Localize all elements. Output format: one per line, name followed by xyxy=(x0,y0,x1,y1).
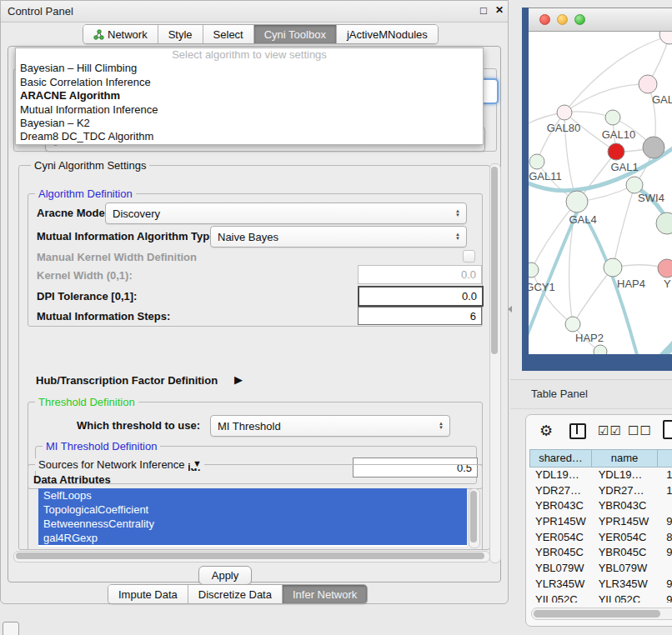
tab-jactivemnodules[interactable]: jActiveMNodules xyxy=(337,25,438,43)
network-node-gal[interactable] xyxy=(639,75,657,93)
table-row[interactable]: YDL19… YDL19… 13 xyxy=(529,468,672,483)
list-item-selected[interactable]: TopologicalCoefficient xyxy=(38,502,467,517)
network-view-frame: GALGAL80GAL10GAL1GAL11SWI4GAL4GCY1HAP4YH… xyxy=(522,8,672,371)
kernel-width-field[interactable]: 0.0 xyxy=(358,265,482,284)
mi-type-combo[interactable]: Naive Bayes ▲▼ xyxy=(210,226,467,248)
network-edge-highlighted[interactable] xyxy=(610,337,672,354)
network-node[interactable] xyxy=(656,212,672,234)
aracne-mode-value: Discovery xyxy=(113,208,160,220)
network-node[interactable] xyxy=(643,137,664,158)
network-edge[interactable] xyxy=(531,202,577,270)
settings-horizontal-scrollbar[interactable] xyxy=(13,551,490,562)
dropdown-item[interactable]: Dream8 DC_TDC Algorithm xyxy=(16,130,483,143)
network-edge[interactable] xyxy=(531,270,573,324)
table-horizontal-scrollbar[interactable] xyxy=(531,608,672,620)
stepper-arrows-icon[interactable]: ▲▼ xyxy=(452,227,464,247)
splitter-collapse-arrow[interactable] xyxy=(508,306,512,312)
hub-definition-label[interactable]: Hub/Transcription Factor Definition xyxy=(36,374,218,387)
network-node-gal10[interactable] xyxy=(605,110,620,125)
tab-style[interactable]: Style xyxy=(158,25,203,43)
mi-type-value: Naive Bayes xyxy=(218,231,278,243)
which-threshold-label: Which threshold to use: xyxy=(77,419,200,432)
kernel-width-label: Kernel Width (0,1): xyxy=(37,269,133,282)
apply-button[interactable]: Apply xyxy=(198,566,252,585)
table-row[interactable]: YIL052C YIL052C 9 xyxy=(529,592,672,603)
network-edge[interactable] xyxy=(573,268,613,324)
expand-arrow-icon[interactable]: ▶ xyxy=(234,373,243,386)
minimize-traffic-light-icon[interactable] xyxy=(557,14,568,25)
control-panel-tabbar: Network Style Select Cyni Toolbox jActiv… xyxy=(83,24,439,44)
dropdown-item[interactable]: Mutual Information Inference xyxy=(16,103,483,117)
network-node-hap4[interactable] xyxy=(604,258,622,277)
network-node-swi4[interactable] xyxy=(626,177,643,193)
table-panel-header[interactable]: Table Panel xyxy=(510,379,672,409)
stepper-arrows-icon[interactable]: ▲▼ xyxy=(452,203,464,223)
manual-kernel-checkbox[interactable] xyxy=(463,250,475,262)
column-header[interactable]: shared… xyxy=(529,449,592,468)
tab-select[interactable]: Select xyxy=(203,25,254,43)
network-node[interactable] xyxy=(659,32,672,44)
zoom-traffic-light-icon[interactable] xyxy=(574,14,585,25)
tab-network[interactable]: Network xyxy=(83,25,158,43)
network-icon xyxy=(93,29,104,40)
dpi-tolerance-field[interactable]: 0.0 xyxy=(358,286,484,307)
list-item-selected[interactable]: SelfLoops xyxy=(38,488,467,502)
gear-icon[interactable]: ⚙ xyxy=(539,422,553,440)
table-row[interactable]: YER054C YER054C 8. xyxy=(529,530,672,546)
stepper-arrows-icon[interactable]: ▲▼ xyxy=(435,416,447,436)
tab-discretize-data[interactable]: Discretize Data xyxy=(188,585,283,603)
float-window-icon[interactable]: □ xyxy=(480,4,487,17)
algorithm-definition-title: Algorithm Definition xyxy=(35,188,136,200)
close-traffic-light-icon[interactable] xyxy=(539,14,550,25)
tab-impute-data[interactable]: Impute Data xyxy=(108,585,188,603)
select-all-columns-icon[interactable]: ☑☑ xyxy=(598,423,622,438)
network-node-gal80[interactable] xyxy=(557,105,572,120)
network-edge[interactable] xyxy=(537,112,564,162)
algorithm-dropdown-popup: Select algorithm to view settings Bayesi… xyxy=(15,48,484,145)
which-threshold-combo[interactable]: MI Threshold ▲▼ xyxy=(210,415,450,437)
dropdown-item-selected[interactable]: ARACNE Algorithm xyxy=(16,89,483,102)
column-header[interactable]: A xyxy=(658,449,672,468)
dropdown-item[interactable]: Bayesian – K2 xyxy=(16,117,483,130)
close-window-icon[interactable]: ✕ xyxy=(495,4,504,16)
settings-vertical-scrollbar[interactable] xyxy=(489,163,501,563)
network-node-y[interactable] xyxy=(658,259,672,278)
export-table-icon[interactable] xyxy=(663,420,672,439)
network-node-label: SWI4 xyxy=(638,192,664,204)
control-panel-title: Control Panel xyxy=(8,5,73,18)
table-row[interactable]: YBL079W YBL079W xyxy=(529,561,672,577)
network-node-gal4[interactable] xyxy=(566,191,588,212)
attributes-vertical-scrollbar[interactable] xyxy=(469,488,480,548)
split-columns-icon[interactable] xyxy=(569,423,586,439)
table-row[interactable]: YDR27… YDR27… 12 xyxy=(529,483,672,499)
network-node-gal1[interactable] xyxy=(608,143,624,160)
mi-steps-field[interactable]: 6 xyxy=(358,307,482,325)
cyni-bottom-tabbar: Impute Data Discretize Data Infer Networ… xyxy=(108,584,368,604)
collapse-arrow-icon[interactable]: ▼ xyxy=(190,458,204,468)
column-header[interactable]: name xyxy=(592,449,658,468)
network-node-gcy1[interactable] xyxy=(529,262,539,278)
aracne-mode-combo[interactable]: Discovery ▲▼ xyxy=(105,202,467,224)
tab-cyni-toolbox[interactable]: Cyni Toolbox xyxy=(254,25,337,43)
tab-infer-network[interactable]: Infer Network xyxy=(283,585,367,603)
control-panel-titlebar[interactable]: Control Panel □ ✕ xyxy=(1,1,508,22)
network-node-hap2[interactable] xyxy=(565,317,580,332)
network-window-titlebar[interactable] xyxy=(529,8,672,32)
list-item-selected[interactable]: BetweennessCentrality xyxy=(38,517,467,531)
table-row[interactable]: YBR045C YBR045C 9. xyxy=(529,545,672,561)
table-row[interactable]: YBR043C YBR043C xyxy=(529,498,672,514)
network-node-label: Y xyxy=(664,278,671,290)
network-node[interactable] xyxy=(594,345,607,354)
network-canvas-svg[interactable]: GALGAL80GAL10GAL1GAL11SWI4GAL4GCY1HAP4YH… xyxy=(529,32,672,354)
sources-group: Sources for Network Inference ▼ Data Att… xyxy=(28,464,483,549)
minimized-panel-stub[interactable] xyxy=(3,622,19,635)
dropdown-item[interactable]: Basic Correlation Inference xyxy=(16,76,483,89)
network-node-label: GAL80 xyxy=(547,122,580,134)
network-edge[interactable] xyxy=(613,187,634,268)
table-row[interactable]: YLR345W YLR345W 9. xyxy=(529,577,672,592)
network-node-gal11[interactable] xyxy=(529,154,544,169)
table-row[interactable]: YPR145W YPR145W 9. xyxy=(529,514,672,530)
dropdown-item[interactable]: Bayesian – Hill Climbing xyxy=(16,62,483,75)
unselect-all-columns-icon[interactable]: ☐☐ xyxy=(628,423,652,438)
list-item-selected[interactable]: gal4RGexp xyxy=(38,531,467,545)
